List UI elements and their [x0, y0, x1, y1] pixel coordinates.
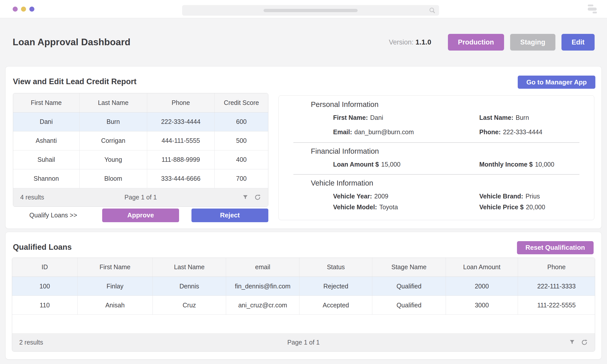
reset-qualification-button[interactable]: Reset Qualification	[517, 241, 594, 254]
field-value: Prius	[526, 193, 540, 200]
filter-icon[interactable]	[569, 339, 575, 346]
table-cell: Qualified	[372, 296, 446, 315]
table-cell: 500	[214, 131, 268, 150]
empty-table-space	[12, 315, 595, 333]
detail-field: Phone:222-333-4444	[479, 128, 594, 136]
column-header[interactable]: Status	[299, 258, 372, 277]
detail-field: Vehicle Price $20,000	[479, 203, 594, 211]
table-cell: Accepted	[299, 296, 372, 315]
detail-field: Vehicle Model:Toyota	[333, 203, 479, 211]
version-number: 1.1.0	[416, 38, 431, 46]
column-header[interactable]: Stage Name	[372, 258, 446, 277]
field-value: Toyota	[379, 203, 398, 211]
table-cell: 110	[12, 296, 77, 315]
table-row[interactable]: AshantiCorrigan444-111-5555500	[13, 131, 268, 150]
vehicle-information-heading: Vehicle Information	[311, 179, 594, 187]
table-row[interactable]: SuhailYoung111-888-9999400	[13, 150, 268, 169]
go-to-manager-app-button[interactable]: Go to Manager App	[518, 76, 595, 89]
window-dot-purple[interactable]	[13, 7, 18, 12]
table-cell: Dani	[13, 112, 79, 131]
refresh-icon[interactable]	[581, 339, 588, 346]
table-cell: Dennis	[153, 277, 226, 296]
field-label: Last Name:	[479, 114, 513, 121]
credit-report-title: View and Edit Lead Credit Report	[13, 77, 137, 86]
table-cell: 600	[214, 112, 268, 131]
table-cell: fin_dennis@fin.com	[226, 277, 299, 296]
column-header[interactable]: Phone	[147, 93, 214, 112]
app-header: Loan Approval Dashboard Version:1.1.0 Pr…	[0, 18, 607, 66]
detail-field: Vehicle Year:2009	[333, 192, 479, 200]
detail-field: Last Name:Burn	[479, 114, 594, 121]
table-footer: 4 results Page 1 of 1	[13, 188, 268, 207]
table-cell: ani_cruz@cr.com	[226, 296, 299, 315]
table-cell: 3000	[446, 296, 518, 315]
production-button[interactable]: Production	[448, 34, 504, 51]
filter-icon[interactable]	[242, 194, 249, 201]
field-value: 15,000	[381, 161, 400, 168]
field-label: Loan Amount $	[333, 161, 379, 168]
table-cell: 700	[214, 169, 268, 188]
financial-information-heading: Financial Information	[311, 147, 594, 155]
browser-address-bar[interactable]	[182, 5, 439, 16]
browser-chrome	[0, 0, 607, 18]
window-dot-gold[interactable]	[21, 7, 26, 12]
table-header-row: IDFirst NameLast NameemailStatusStage Na…	[12, 258, 595, 277]
qualified-loans-title: Qualified Loans	[13, 243, 72, 252]
field-value: 2009	[374, 193, 388, 200]
approve-button[interactable]: Approve	[102, 209, 179, 222]
column-header[interactable]: Credit Score	[214, 93, 268, 112]
edit-button[interactable]: Edit	[561, 34, 595, 51]
page-indicator: Page 1 of 1	[12, 339, 595, 346]
field-label: Vehicle Brand:	[479, 193, 523, 200]
results-count: 4 results	[20, 194, 44, 201]
personal-information-heading: Personal Information	[311, 100, 594, 109]
detail-field: Monthly Income $10,000	[479, 161, 594, 168]
column-header[interactable]: email	[226, 258, 299, 277]
table-cell: Ashanti	[13, 131, 79, 150]
window-dot-indigo[interactable]	[29, 7, 34, 12]
table-cell: Finlay	[77, 277, 153, 296]
column-header[interactable]: ID	[12, 258, 77, 277]
staging-button[interactable]: Staging	[510, 34, 555, 51]
detail-field: Email:dan_burn@burn.com	[333, 128, 479, 136]
table-row[interactable]: ShannonBloom333-444-6666700	[13, 169, 268, 188]
column-header[interactable]: First Name	[13, 93, 79, 112]
table-cell: Anisah	[77, 296, 153, 315]
field-label: Monthly Income $	[479, 161, 533, 168]
field-label: Phone:	[479, 128, 501, 135]
column-header[interactable]: Last Name	[153, 258, 226, 277]
table-row[interactable]: DaniBurn222-333-4444600	[13, 112, 268, 131]
table-row[interactable]: 110AnisahCruzani_cruz@cr.comAcceptedQual…	[12, 296, 595, 315]
qualified-loans-card: Qualified Loans Reset Qualification IDFi…	[5, 232, 602, 360]
table-footer: 2 results Page 1 of 1	[12, 333, 595, 351]
field-value: 20,000	[526, 203, 545, 211]
column-header[interactable]: Loan Amount	[446, 258, 518, 277]
field-value: dan_burn@burn.com	[354, 128, 414, 135]
table-cell: 222-111-3333	[518, 277, 595, 296]
table-cell: 222-333-4444	[147, 112, 214, 131]
results-count: 2 results	[19, 339, 43, 346]
detail-field: Loan Amount $15,000	[333, 161, 479, 168]
column-header[interactable]: Phone	[518, 258, 595, 277]
table-cell: Qualified	[372, 277, 446, 296]
field-label: Vehicle Year:	[333, 193, 372, 200]
table-row[interactable]: 100FinlayDennisfin_dennis@fin.comRejecte…	[12, 277, 595, 296]
reject-button[interactable]: Reject	[191, 209, 268, 222]
qualify-loans-label: Qualify Loans >>	[29, 212, 77, 219]
column-header[interactable]: First Name	[77, 258, 153, 277]
table-cell: 111-888-9999	[147, 150, 214, 169]
table-cell: Cruz	[153, 296, 226, 315]
field-value: Dani	[370, 114, 383, 121]
page-indicator: Page 1 of 1	[13, 194, 268, 201]
table-cell: Corrigan	[79, 131, 147, 150]
search-icon[interactable]	[428, 7, 436, 15]
column-header[interactable]: Last Name	[79, 93, 147, 112]
version-text: Version:1.1.0	[389, 38, 431, 46]
browser-menu-icon[interactable]	[588, 5, 597, 14]
field-value: Burn	[516, 114, 529, 121]
table-cell: Shannon	[13, 169, 79, 188]
lead-details-panel: Personal Information First Name:DaniLast…	[278, 95, 594, 220]
credit-report-card: View and Edit Lead Credit Report Go to M…	[5, 66, 602, 229]
refresh-icon[interactable]	[254, 194, 261, 201]
table-cell: 333-444-6666	[147, 169, 214, 188]
